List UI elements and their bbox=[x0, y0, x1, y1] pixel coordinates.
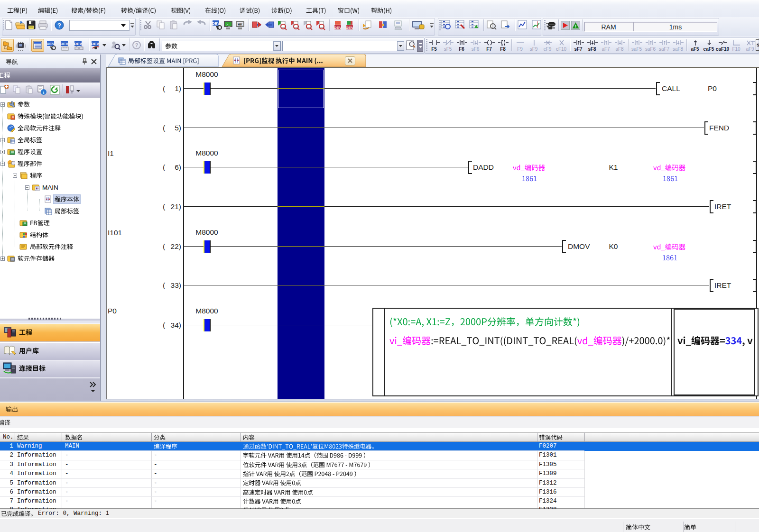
svg-text:?: ? bbox=[57, 22, 61, 29]
svg-text:DEV: DEV bbox=[74, 42, 82, 46]
svg-text:DEV: DEV bbox=[60, 42, 68, 46]
svg-text:DEV: DEV bbox=[91, 42, 99, 46]
svg-text:HK: HK bbox=[238, 23, 242, 26]
svg-text:DEV: DEV bbox=[346, 26, 354, 30]
svg-text:DEV: DEV bbox=[212, 21, 220, 26]
svg-text:?: ? bbox=[135, 42, 139, 48]
svg-text:!: ! bbox=[575, 24, 576, 28]
svg-text:>_: >_ bbox=[226, 22, 231, 27]
svg-text:DEV: DEV bbox=[334, 26, 342, 30]
svg-text:DEV: DEV bbox=[46, 42, 55, 46]
